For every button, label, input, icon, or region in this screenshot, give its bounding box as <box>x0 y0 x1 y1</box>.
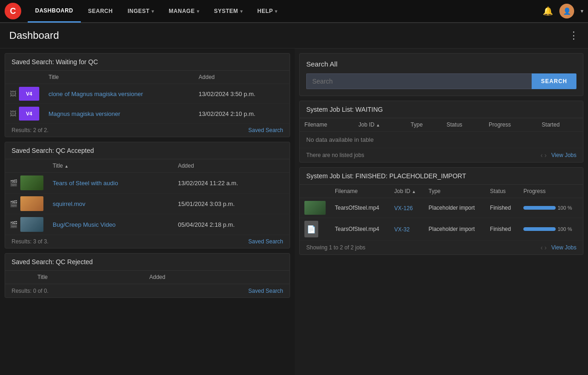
added-cell: 13/02/2024 3:50 p.m. <box>194 84 290 104</box>
nav-item-help[interactable]: HELP ▾ <box>250 0 285 23</box>
saved-search-waiting-for-qc: Saved Search: Waiting for QC Title Added… <box>5 53 290 137</box>
ss-footer-waiting: Results: 2 of 2. Saved Search <box>5 123 290 137</box>
title-link[interactable]: squirrel.mov <box>53 200 85 207</box>
qr-col-added: Added <box>145 271 290 284</box>
jobid-cell: VX-126 <box>390 198 424 218</box>
film-icon: 🎬 <box>10 221 18 228</box>
film-icon: 🎬 <box>10 200 18 207</box>
nav-item-system[interactable]: SYSTEM ▾ <box>206 0 250 23</box>
prev-page-icon[interactable]: ‹ <box>540 151 543 159</box>
jf-col-status: Status <box>485 185 519 198</box>
page-title: Dashboard <box>9 30 59 42</box>
title-cell: Bug/Creep Music Video <box>48 214 173 235</box>
qa-col-thumb <box>5 159 48 173</box>
title-cell: clone of Magnus magiska versioner <box>44 84 194 104</box>
jf-col-type: Type <box>424 185 485 198</box>
title-link[interactable]: Magnus magiska versioner <box>48 110 120 117</box>
progress-text: 100 % <box>558 205 572 211</box>
thumb-cell: 📄 <box>300 218 330 241</box>
image-icon: 🖼 <box>10 110 16 117</box>
wq-col-title: Title <box>44 71 194 84</box>
thumb-cell: 🎬 <box>5 214 48 235</box>
jf-col-progress: Progress <box>519 185 583 198</box>
qc-accepted-title: Saved Search: QC Accepted <box>5 142 290 159</box>
jf-col-jobid[interactable]: Job ID ▲ <box>390 185 424 198</box>
table-row: 📄 TearsOfSteel.mp4 VX-32 Placeholder imp… <box>300 218 583 241</box>
user-avatar[interactable]: 👤 <box>559 4 574 18</box>
table-row: TearsOfSteel.mp4 VX-126 Placeholder impo… <box>300 198 583 218</box>
jf-col-filename: Filename <box>330 185 390 198</box>
manage-dropdown-icon: ▾ <box>197 9 200 14</box>
nav-item-dashboard[interactable]: DASHBOARD <box>28 0 81 23</box>
nav-item-search[interactable]: SEARCH <box>81 0 121 23</box>
logo[interactable]: C <box>5 3 21 19</box>
type-cell: Placeholder import <box>424 218 485 241</box>
job-footer-finished: Showing 1 to 2 of 2 jobs ‹ › View Jobs <box>300 240 583 254</box>
nav-item-ingest[interactable]: INGEST ▾ <box>120 0 161 23</box>
page-options-icon[interactable]: ⋮ <box>569 30 579 42</box>
progress-cell: 100 % <box>519 198 583 218</box>
search-input[interactable] <box>306 73 532 89</box>
waiting-for-qc-title: Saved Search: Waiting for QC <box>5 54 290 71</box>
added-cell: 13/02/2024 2:10 p.m. <box>194 104 290 124</box>
prev-page-icon[interactable]: ‹ <box>540 244 543 251</box>
type-cell: Placeholder import <box>424 198 485 218</box>
view-jobs-link[interactable]: View Jobs <box>552 244 576 251</box>
job-list-finished: System Job List: FINISHED: PLACEHOLDER_I… <box>299 167 583 255</box>
added-cell: 15/01/2024 3:03 p.m. <box>173 194 290 214</box>
title-cell: Tears of Steel with audio <box>48 173 173 194</box>
saved-search-qc-rejected: Saved Search: QC Rejected Title Added Re… <box>5 253 290 298</box>
image-icon: 🖼 <box>10 90 16 97</box>
saved-search-link[interactable]: Saved Search <box>249 127 283 133</box>
table-row: 🎬 Tears of Steel with audio 13/02/2024 1… <box>5 173 290 194</box>
title-cell: squirrel.mov <box>48 194 173 214</box>
next-page-icon[interactable]: › <box>545 244 547 251</box>
nav-item-manage[interactable]: MANAGE ▾ <box>161 0 206 23</box>
saved-search-link[interactable]: Saved Search <box>249 238 283 245</box>
jf-col-thumb <box>300 185 330 198</box>
next-page-icon[interactable]: › <box>545 151 547 159</box>
search-button[interactable]: SEARCH <box>532 73 576 89</box>
thumb-cell: 🖼 V4 <box>5 104 44 124</box>
job-list-finished-title: System Job List: FINISHED: PLACEHOLDER_I… <box>300 168 583 185</box>
ss-footer-rejected: Results: 0 of 0. Saved Search <box>5 284 290 297</box>
job-list-waiting-title: System Job List: WAITING <box>300 101 583 118</box>
job-nav-finished: ‹ › <box>540 244 546 251</box>
job-list-waiting: System Job List: WAITING Filename Job ID… <box>299 101 583 163</box>
title-link[interactable]: clone of Magnus magiska versioner <box>48 91 143 97</box>
top-nav: C DASHBOARD SEARCH INGEST ▾ MANAGE ▾ SYS… <box>0 0 588 23</box>
qa-col-title[interactable]: Title ▲ <box>48 159 173 173</box>
sort-up-icon: ▲ <box>376 123 380 127</box>
search-all-block: Search All SEARCH <box>299 53 583 96</box>
jw-col-type: Type <box>406 118 442 132</box>
user-dropdown-icon[interactable]: ▾ <box>581 8 583 14</box>
thumb-cell: 🎬 <box>5 194 48 214</box>
progress-text: 100 % <box>558 226 572 232</box>
thumb-cell: 🖼 V4 <box>5 84 44 104</box>
view-jobs-link[interactable]: View Jobs <box>552 152 576 158</box>
jobid-cell: VX-32 <box>390 218 424 241</box>
progress-cell: 100 % <box>519 218 583 241</box>
jw-col-jobid[interactable]: Job ID ▲ <box>354 118 406 132</box>
ss-footer-accepted: Results: 3 of 3. Saved Search <box>5 235 290 248</box>
saved-search-link[interactable]: Saved Search <box>249 288 283 294</box>
title-link[interactable]: Tears of Steel with audio <box>53 180 118 187</box>
job-footer-waiting: There are no listed jobs ‹ › View Jobs <box>300 148 583 162</box>
qr-col-title: Title <box>33 271 145 284</box>
sort-up-icon: ▲ <box>412 189 416 194</box>
job-id-link[interactable]: VX-32 <box>394 226 410 233</box>
job-id-link[interactable]: VX-126 <box>394 205 413 212</box>
table-row: 🎬 Bug/Creep Music Video 05/04/2024 2:18 … <box>5 214 290 235</box>
title-link[interactable]: Bug/Creep Music Video <box>53 221 115 228</box>
notification-bell-icon[interactable]: 🔔 <box>543 6 553 16</box>
ingest-dropdown-icon: ▾ <box>152 9 154 14</box>
jw-col-status: Status <box>442 118 484 132</box>
sort-asc-icon: ▲ <box>65 164 69 169</box>
qc-rejected-title: Saved Search: QC Rejected <box>5 254 290 271</box>
jw-col-started: Started <box>537 118 583 132</box>
qa-col-added: Added <box>173 159 290 173</box>
table-row: 🖼 V4 Magnus magiska versioner 13/02/2024… <box>5 104 290 124</box>
job-nav-waiting: ‹ › <box>540 151 546 159</box>
thumb-cell <box>300 198 330 218</box>
doc-icon: 📄 <box>307 225 316 234</box>
